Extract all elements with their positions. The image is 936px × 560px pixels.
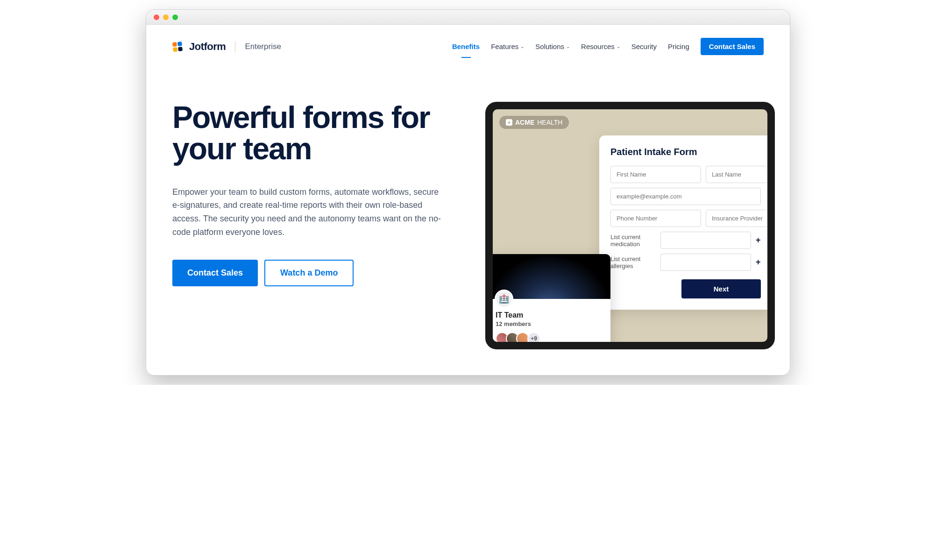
email-field[interactable] [610,188,761,205]
hero-illustration: + ACME HEALTH Patient Intake Form [471,102,790,286]
nav-brand[interactable]: Jotform Enterprise [172,41,281,53]
logo-icon [172,41,183,52]
tablet-mockup: + ACME HEALTH Patient Intake Form [485,102,775,349]
form-title: Patient Intake Form [610,147,761,157]
medical-plus-icon: + [506,119,512,126]
nav-item-label: Pricing [668,43,689,50]
team-avatars: +9 [496,332,603,342]
hero-section: Powerful forms for your team Empower you… [146,60,790,286]
window-minimize-icon[interactable] [163,14,169,20]
nav-item-label: Features [491,43,518,50]
chevron-down-icon: ⌄ [520,44,524,49]
nav-item-label: Solutions [535,43,564,50]
patient-form-card: Patient Intake Form [599,135,767,310]
window-close-icon[interactable] [154,14,159,20]
medication-field[interactable] [660,232,751,249]
team-cover-image: 🏥 [493,254,610,299]
nav-benefits[interactable]: Benefits [452,43,480,50]
hero-copy: Powerful forms for your team Empower you… [172,102,462,286]
hero-contact-sales-button[interactable]: Contact Sales [172,260,258,286]
phone-field[interactable] [610,210,701,227]
avatar-overflow[interactable]: +9 [527,332,540,342]
nav-pricing[interactable]: Pricing [668,43,689,50]
nav-links: Benefits Features ⌄ Solutions ⌄ Resource… [452,38,764,55]
hero-description: Empower your team to build custom forms,… [172,185,448,239]
first-name-field[interactable] [610,166,701,183]
team-card[interactable]: 🏥 IT Team 12 members +9 [493,254,610,342]
page-content: Jotform Enterprise Benefits Features ⌄ S… [146,25,790,375]
nav-item-label: Benefits [452,43,480,50]
nav-solutions[interactable]: Solutions ⌄ [535,43,570,50]
allergies-field[interactable] [660,254,751,271]
add-icon[interactable]: + [756,235,761,245]
browser-window: Jotform Enterprise Benefits Features ⌄ S… [146,9,790,376]
page-title: Powerful forms for your team [172,102,462,165]
team-name: IT Team [496,311,603,319]
last-name-field[interactable] [706,166,767,183]
window-titlebar [146,10,790,25]
acme-strong: ACME [515,119,534,126]
insurance-field[interactable] [706,210,767,227]
window-maximize-icon[interactable] [172,14,178,20]
acme-light: HEALTH [537,119,562,126]
watch-demo-button[interactable]: Watch a Demo [264,260,354,286]
contact-sales-button[interactable]: Contact Sales [701,38,764,55]
hero-buttons: Contact Sales Watch a Demo [172,260,462,286]
next-button[interactable]: Next [681,279,761,298]
top-nav: Jotform Enterprise Benefits Features ⌄ S… [146,25,790,60]
add-icon[interactable]: + [756,257,761,267]
medication-label: List current medication [610,234,656,248]
allergies-label: List current allergies [610,255,656,269]
nav-security[interactable]: Security [631,43,657,50]
brand-sub: Enterprise [245,42,281,51]
chevron-down-icon: ⌄ [566,44,570,49]
nav-item-label: Security [631,43,657,50]
chevron-down-icon: ⌄ [617,44,620,49]
acme-badge: + ACME HEALTH [499,116,569,129]
brand-divider [235,41,235,52]
nav-resources[interactable]: Resources ⌄ [581,43,620,50]
team-member-count: 12 members [496,320,603,327]
hospital-icon: 🏥 [495,290,513,308]
nav-features[interactable]: Features ⌄ [491,43,524,50]
brand-name: Jotform [189,41,226,53]
tablet-screen: + ACME HEALTH Patient Intake Form [493,109,767,342]
nav-item-label: Resources [581,43,615,50]
